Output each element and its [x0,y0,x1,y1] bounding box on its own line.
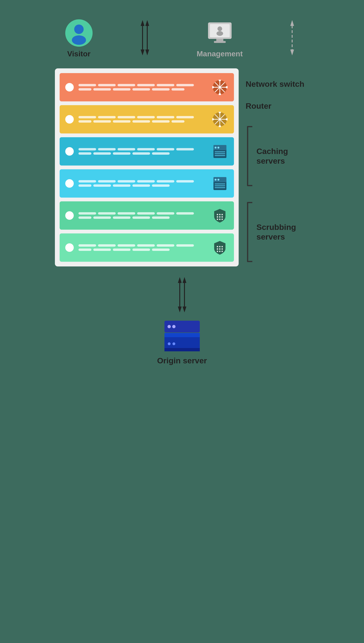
svg-marker-8 [145,50,149,55]
svg-point-67 [217,251,218,252]
labels-section: Network switch Router Cachingservers Scr… [246,66,347,269]
switch-row [60,73,234,101]
svg-marker-7 [145,20,149,26]
origin-server-icon [162,318,202,351]
svg-rect-51 [215,187,225,188]
svg-point-55 [217,216,218,218]
cache-server-1-row [60,137,234,166]
svg-marker-4 [141,50,144,55]
svg-point-53 [219,214,220,215]
svg-marker-74 [182,277,186,283]
svg-point-13 [218,27,222,31]
svg-rect-79 [164,333,200,337]
scrubbing-bracket [246,201,253,263]
management-icon [206,19,234,47]
svg-rect-11 [216,39,223,41]
svg-point-68 [219,251,220,252]
svg-point-48 [218,179,219,181]
caching-label-item: Cachingservers [246,125,347,187]
svg-point-64 [217,248,218,250]
cache-server-2-icon [212,175,228,192]
svg-point-66 [222,248,223,250]
origin-server-label: Origin server [157,356,207,365]
router-icon [212,111,228,128]
svg-point-14 [216,31,223,36]
svg-marker-5 [141,20,144,26]
management-label: Management [197,50,243,58]
svg-point-59 [219,219,220,220]
cache-server-1-icon [212,143,228,160]
visitor-arrow [136,19,154,57]
svg-rect-43 [215,153,225,154]
scrub2-lines [78,244,208,251]
router-label-item: Router [246,101,347,111]
svg-point-62 [219,246,220,247]
switch-icon [212,79,228,96]
diagram-row: Network switch Router Cachingservers Scr… [17,66,347,269]
svg-marker-75 [182,306,186,312]
cache2-lines [78,180,208,187]
svg-point-60 [222,219,223,220]
svg-point-58 [217,219,218,220]
bottom-section: Origin server [157,276,207,365]
scrubbing-label-item: Scrubbingservers [246,201,347,263]
svg-marker-72 [178,277,182,283]
management-actor: Management [197,19,243,58]
switch-lines [78,84,208,91]
switch-label-item: Network switch [246,79,347,89]
svg-rect-44 [215,155,225,156]
svg-point-77 [168,325,171,328]
scrub1-dot [65,211,74,220]
management-arrow [285,19,299,57]
visitor-actor: Visitor [65,19,93,58]
caching-bracket [246,125,253,187]
svg-point-65 [219,248,220,250]
svg-marker-71 [178,306,182,312]
scrub-server-2-row [60,233,234,262]
svg-rect-42 [215,151,225,152]
svg-point-41 [218,147,219,149]
visitor-icon [65,19,93,47]
svg-rect-50 [215,185,225,186]
svg-point-1 [74,25,84,34]
scrub2-dot [65,243,74,252]
switch-dot [65,83,74,92]
scrub-server-1-icon [212,207,228,224]
svg-point-2 [72,35,86,45]
svg-rect-12 [214,41,226,43]
router-row [60,105,234,133]
svg-point-69 [222,251,223,252]
svg-point-54 [222,214,223,215]
router-dot [65,115,74,124]
scrubbing-servers-label: Scrubbingservers [256,222,296,242]
cache-server-2-row [60,169,234,198]
svg-point-40 [215,147,216,149]
cache1-dot [65,147,74,156]
svg-point-63 [222,246,223,247]
scrub-server-1-row [60,201,234,230]
svg-point-83 [172,342,175,345]
scrub-server-2-icon [212,239,228,256]
scrub1-lines [78,212,208,219]
svg-point-47 [215,179,216,181]
svg-rect-81 [164,348,200,351]
svg-marker-16 [290,20,294,26]
router-lines [78,116,208,123]
bottom-arrow [173,276,192,313]
switch-label: Network switch [246,79,304,89]
svg-rect-49 [215,183,225,184]
svg-point-78 [172,325,176,328]
svg-point-61 [217,246,218,247]
svg-point-52 [217,214,218,215]
router-label: Router [246,101,272,111]
svg-marker-17 [290,50,294,55]
cache1-lines [78,148,208,155]
svg-point-82 [168,342,170,345]
svg-point-57 [222,216,223,218]
svg-point-56 [219,216,220,218]
cache2-dot [65,179,74,188]
caching-servers-label: Cachingservers [256,146,288,166]
top-section: Visitor [65,10,300,59]
visitor-label: Visitor [67,50,90,58]
network-box [55,68,239,266]
